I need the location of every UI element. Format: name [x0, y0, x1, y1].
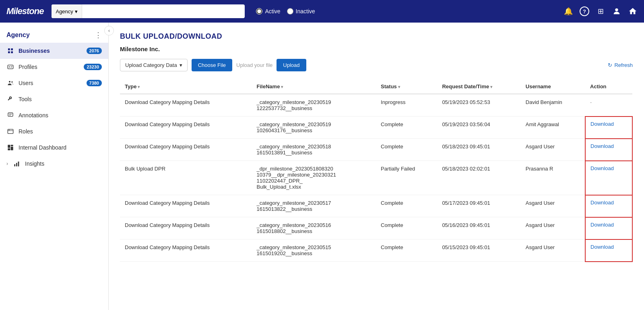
roles-icon [6, 127, 14, 135]
cell-type: Download Category Mapping Details [120, 117, 252, 139]
cell-status: Complete [376, 139, 437, 161]
download-link[interactable]: Download [590, 165, 614, 171]
download-link[interactable]: Download [590, 222, 614, 228]
svg-rect-1 [8, 48, 10, 50]
cell-status: Complete [376, 217, 437, 239]
sidebar-item-label: Internal Dashboard [19, 144, 66, 151]
action-dash: - [590, 99, 592, 105]
sidebar-item-internal-dashboard[interactable]: Internal Dashboard [0, 139, 108, 156]
table-row: Bulk Upload DPR_dpr_milestone_2023051808… [120, 161, 632, 195]
search-input[interactable] [82, 8, 245, 15]
table-row: Download Category Mapping Details_catego… [120, 117, 632, 139]
id-card-icon [6, 63, 14, 71]
sort-icon: ▾ [490, 85, 492, 89]
cell-action[interactable]: Download [585, 139, 632, 161]
cell-datetime: 05/18/2023 02:02:01 [437, 161, 520, 195]
sidebar-item-users[interactable]: Users7380 [0, 75, 108, 91]
active-radio[interactable]: Active [256, 8, 280, 15]
sidebar-item-label: Annotations [19, 112, 48, 119]
sidebar-item-roles[interactable]: Roles [0, 123, 108, 139]
cell-filename: _dpr_milestone_202305180832010379__dpr_m… [252, 161, 376, 195]
upload-category-dropdown[interactable]: Upload Category Data ▾ [120, 59, 188, 71]
svg-rect-5 [8, 65, 13, 69]
col-header-status[interactable]: Status▾ [376, 79, 437, 94]
help-icon[interactable]: ? [580, 6, 589, 16]
refresh-icon: ↻ [608, 62, 612, 68]
cell-datetime: 05/15/2023 09:45:01 [437, 239, 520, 262]
choose-file-button[interactable]: Choose File [192, 59, 232, 71]
col-header-username[interactable]: Username [521, 79, 585, 94]
inactive-radio-input[interactable] [287, 8, 293, 15]
sidebar-item-label: Profiles [19, 64, 37, 70]
topnav: Milestone Agency ▾ Active Inactive 🔔 ? ⊞ [0, 0, 644, 23]
download-link[interactable]: Download [590, 143, 614, 149]
sidebar-item-label: Users [19, 80, 33, 86]
active-radio-input[interactable] [256, 8, 262, 15]
cell-filename: _category_milestone_202305191222537732__… [252, 94, 376, 117]
col-header-type[interactable]: Type▾ [120, 79, 252, 94]
cell-username: David Benjamin [521, 94, 585, 117]
insights-icon [13, 160, 21, 168]
search-bar[interactable]: Agency ▾ [52, 4, 245, 18]
cell-action[interactable]: Download [585, 161, 632, 195]
sidebar: ‹ Agency ⋮ Businesses2076Profiles23230Us… [0, 23, 109, 310]
col-header-action[interactable]: Action [585, 79, 632, 94]
cell-action[interactable]: Download [585, 239, 632, 262]
grid-icon[interactable]: ⊞ [596, 6, 605, 16]
search-dropdown[interactable]: Agency ▾ [52, 4, 82, 18]
svg-rect-12 [8, 113, 13, 117]
notifications-icon[interactable]: 🔔 [564, 6, 573, 16]
inactive-radio-label: Inactive [296, 8, 315, 15]
table-row: Download Category Mapping Details_catego… [120, 239, 632, 262]
sort-icon: ▾ [398, 85, 400, 89]
cell-status: Inprogress [376, 94, 437, 117]
download-link[interactable]: Download [590, 121, 614, 127]
sidebar-item-profiles[interactable]: Profiles23230 [0, 59, 108, 75]
sidebar-item-label: Roles [19, 128, 33, 135]
sidebar-item-annotations[interactable]: Annotations [0, 107, 108, 123]
svg-rect-19 [11, 145, 13, 146]
cell-datetime: 05/16/2023 09:45:01 [437, 217, 520, 239]
cell-action[interactable]: Download [585, 117, 632, 139]
refresh-button[interactable]: ↻ Refresh [608, 62, 633, 68]
page-title: BULK UPLOAD/DOWNLOAD [120, 32, 633, 41]
sidebar-item-businesses[interactable]: Businesses2076 [0, 43, 108, 59]
cell-action: - [585, 94, 632, 117]
cell-action[interactable]: Download [585, 217, 632, 239]
svg-rect-22 [14, 164, 15, 166]
sidebar-item-label: Businesses [19, 48, 50, 54]
cell-type: Download Category Mapping Details [120, 217, 252, 239]
cell-filename: _category_milestone_202305191026043176__… [252, 117, 376, 139]
user-icon[interactable] [612, 6, 621, 16]
cell-type: Bulk Upload DPR [120, 161, 252, 195]
upload-placeholder: Upload your file [236, 62, 272, 68]
sidebar-item-insights[interactable]: ›Insights [0, 156, 108, 172]
upload-button[interactable]: Upload [277, 59, 306, 71]
cell-username: Asgard User [521, 139, 585, 161]
home-icon[interactable] [628, 6, 638, 16]
download-link[interactable]: Download [590, 244, 614, 250]
cell-type: Download Category Mapping Details [120, 94, 252, 117]
col-header-datetime[interactable]: Request Date/Time▾ [437, 79, 520, 94]
cell-datetime: 05/19/2023 05:52:53 [437, 94, 520, 117]
svg-rect-21 [11, 147, 13, 150]
sidebar-collapse-btn[interactable]: ‹ [104, 26, 114, 35]
table-row: Download Category Mapping Details_catego… [120, 94, 632, 117]
col-header-filename[interactable]: FileName▾ [252, 79, 376, 94]
inactive-radio[interactable]: Inactive [287, 8, 315, 15]
download-link[interactable]: Download [590, 200, 614, 206]
cell-type: Download Category Mapping Details [120, 139, 252, 161]
refresh-label: Refresh [614, 62, 633, 68]
upload-row: Upload Category Data ▾ Choose File Uploa… [120, 59, 633, 71]
app-logo: Milestone [6, 6, 43, 17]
sidebar-item-tools[interactable]: Tools [0, 91, 108, 107]
svg-rect-23 [16, 163, 17, 166]
sidebar-menu-icon[interactable]: ⋮ [95, 31, 102, 40]
sort-icon: ▾ [281, 85, 283, 89]
bulk-upload-table: Type▾FileName▾Status▾Request Date/Time▾U… [120, 79, 633, 262]
annotation-icon [6, 111, 14, 119]
cell-username: Prasanna R [521, 161, 585, 195]
cell-action[interactable]: Download [585, 195, 632, 217]
svg-rect-4 [11, 51, 13, 53]
cell-type: Download Category Mapping Details [120, 195, 252, 217]
